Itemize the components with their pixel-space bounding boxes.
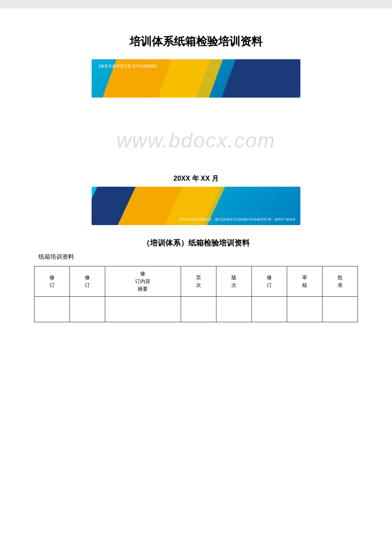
document-page: 培训体系纸箱检验培训资料 【最新卓越管理方案 您可自由编辑】 www.bdocx… bbox=[0, 9, 392, 555]
table-cell-6 bbox=[287, 297, 322, 322]
banner-top: 【最新卓越管理方案 您可自由编辑】 bbox=[92, 59, 300, 98]
table-data-row bbox=[35, 297, 358, 322]
subtitle: 纸箱培训资料 bbox=[34, 253, 358, 261]
table-cell-3 bbox=[181, 297, 216, 322]
banner-bottom: 多年致企业信息顾问行业，通过实际验证可以落地执行的卓越管理方案，值得您下载使用 bbox=[92, 187, 300, 225]
table-cell-2 bbox=[105, 297, 181, 322]
table-cell-1 bbox=[70, 297, 105, 322]
table-cell-0 bbox=[35, 297, 70, 322]
date-label: 20XX 年 XX 月 bbox=[92, 174, 300, 183]
bottom-banner-wrapper: 20XX 年 XX 月 多年致企业信息顾问行业，通过实际验证可以落地执行的卓越管… bbox=[92, 174, 300, 225]
table-header-6: 审核 bbox=[287, 266, 322, 297]
watermark-area: www.bdocx.com bbox=[34, 106, 358, 174]
main-title: 培训体系纸箱检验培训资料 bbox=[34, 34, 358, 49]
table-cell-4 bbox=[216, 297, 251, 322]
section-title: （培训体系）纸箱检验培训资料 bbox=[34, 238, 358, 248]
watermark-text: www.bdocx.com bbox=[117, 129, 276, 152]
table-cell-7 bbox=[322, 297, 357, 322]
table-header-3: 页次 bbox=[181, 266, 216, 297]
table-header-row: 修订 修订 修订内容摘要 页次 版次 修订 审核 批准 bbox=[35, 266, 358, 297]
banner-top-text: 【最新卓越管理方案 您可自由编辑】 bbox=[97, 64, 159, 69]
banner-bottom-small-text: 多年致企业信息顾问行业，通过实际验证可以落地执行的卓越管理方案，值得您下载使用 bbox=[179, 217, 295, 222]
table-header-2: 修订内容摘要 bbox=[105, 266, 181, 297]
table-header-5: 修订 bbox=[251, 266, 287, 297]
document-table: 修订 修订 修订内容摘要 页次 版次 修订 审核 批准 bbox=[34, 266, 358, 322]
table-header-1: 修订 bbox=[70, 266, 105, 297]
table-header-4: 版次 bbox=[216, 266, 251, 297]
table-cell-5 bbox=[251, 297, 287, 322]
table-header-0: 修订 bbox=[35, 266, 70, 297]
table-header-7: 批准 bbox=[322, 266, 357, 297]
